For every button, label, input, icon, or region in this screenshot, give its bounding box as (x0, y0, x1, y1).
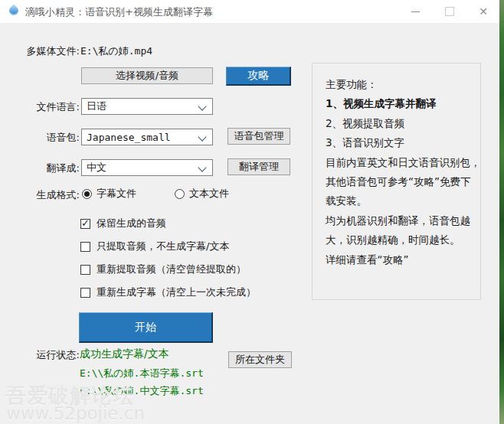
info-line: 1、视频生成字幕并翻译 (313, 94, 480, 113)
close-button[interactable]: ✕ (467, 0, 499, 23)
app-droplet-icon (8, 5, 21, 18)
file-language-select[interactable]: 日语 (81, 98, 213, 115)
checkbox-regenerate-label: 重新生成字幕（清空上一次未完成） (97, 285, 256, 299)
checkbox-re-extract[interactable]: 重新提取音频（清空曾经提取的） (80, 263, 246, 276)
chevron-down-icon (198, 163, 206, 171)
media-file-path: E:\私の姉.mp4 (80, 44, 152, 58)
minimize-icon (411, 11, 420, 12)
voice-pack-value: Japanese_small (87, 132, 171, 143)
checkbox-keep-audio-label: 保留生成的音频 (97, 217, 166, 230)
voice-pack-select[interactable]: Japanese_small (81, 129, 213, 145)
voice-pack-manage-button[interactable]: 语音包管理 (227, 128, 290, 145)
chevron-down-icon (198, 132, 206, 141)
watermark-site-url: www.52pojie.cn (6, 403, 145, 423)
translate-manage-button[interactable]: 翻译管理 (227, 158, 290, 175)
file-language-label: 文件语言: (12, 100, 80, 114)
translate-to-label: 翻译成: (12, 161, 80, 175)
info-line: 3、语音识别文字 (313, 133, 480, 152)
radio-subtitle-file[interactable]: 字幕文件 (82, 187, 136, 201)
checkbox-icon (80, 288, 90, 298)
info-line: 载安装。 (313, 191, 480, 210)
radio-icon (82, 189, 92, 199)
checkbox-regenerate[interactable]: 重新生成字幕（清空上一次未完成） (80, 285, 256, 299)
media-file-label: 多媒体文件: (12, 44, 80, 58)
checkbox-keep-audio[interactable]: ✓ 保留生成的音频 (80, 217, 166, 230)
info-line: 主要功能： (313, 64, 480, 94)
info-line: 详细请查看“攻略” (313, 250, 480, 269)
minimize-button[interactable] (398, 0, 432, 23)
translate-to-value: 中文 (87, 161, 106, 174)
file-language-value: 日语 (87, 99, 106, 113)
checkbox-icon (80, 265, 90, 275)
run-status-label: 运行状态: (12, 348, 80, 362)
info-line: 2、视频提取音频 (313, 114, 480, 133)
checkbox-extract-only[interactable]: 只提取音频，不生成字幕/文本 (80, 240, 229, 253)
window-title: 滴哦小精灵：语音识别+视频生成翻译字幕 (25, 5, 213, 19)
app-window: 滴哦小精灵：语音识别+视频生成翻译字幕 ✕ 多媒体文件: E:\私の姉.mp4 … (0, 0, 504, 424)
open-folder-button[interactable]: 所在文件夹 (228, 351, 292, 368)
desktop-background-strip (499, 0, 504, 424)
checkbox-icon: ✓ (80, 219, 90, 229)
radio-text-file[interactable]: 文本文件 (175, 187, 229, 201)
select-media-button[interactable]: 选择视频/音频 (81, 67, 213, 84)
status-line-result: 成功生成字幕/文本 (80, 347, 169, 361)
info-line: 目前内置英文和日文语音识别包， (313, 153, 480, 172)
status-line-source-srt: E:\\私の姉.本语字幕.srt (80, 367, 204, 380)
start-button[interactable]: 开始 (79, 312, 213, 343)
checkbox-extract-only-label: 只提取音频，不生成字幕/文本 (97, 240, 229, 253)
checkbox-re-extract-label: 重新提取音频（清空曾经提取的） (97, 263, 246, 276)
voice-pack-label: 语音包: (12, 131, 80, 145)
info-line: 均为机器识别和翻译，语音包越 (313, 211, 480, 230)
close-icon: ✕ (479, 6, 488, 17)
radio-icon (175, 189, 185, 199)
info-panel: 主要功能： 1、视频生成字幕并翻译 2、视频提取音频 3、语音识别文字 目前内置… (312, 63, 481, 300)
maximize-button[interactable] (433, 0, 466, 23)
chevron-down-icon (198, 102, 206, 110)
radio-subtitle-file-label: 字幕文件 (97, 187, 136, 201)
guide-button[interactable]: 攻略 (226, 67, 291, 86)
info-line: 其他语音包可参考“攻略”免费下 (313, 172, 480, 191)
checkbox-icon (80, 242, 90, 252)
radio-text-file-label: 文本文件 (189, 187, 229, 201)
translate-to-select[interactable]: 中文 (81, 159, 213, 176)
maximize-icon (445, 7, 454, 16)
info-line: 大，识别越精确，时间越长。 (313, 230, 480, 250)
output-format-label: 生成格式: (12, 188, 80, 202)
